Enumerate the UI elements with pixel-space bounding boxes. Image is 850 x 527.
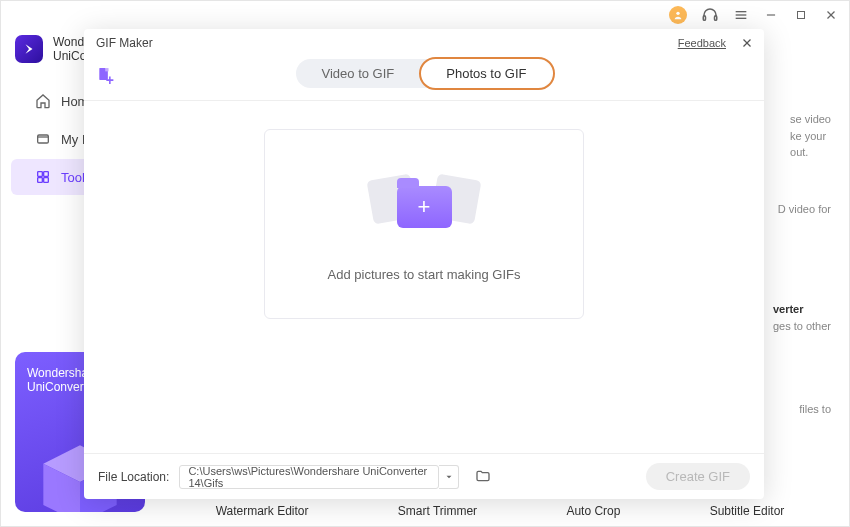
window-titlebar xyxy=(1,1,849,29)
svg-rect-21 xyxy=(105,68,108,71)
tab-photos-to-gif[interactable]: Photos to GIF xyxy=(420,59,552,88)
svg-rect-2 xyxy=(715,16,717,21)
close-icon[interactable] xyxy=(740,36,754,50)
svg-rect-1 xyxy=(703,16,705,21)
category-autocrop[interactable]: Auto Crop xyxy=(566,504,620,518)
svg-rect-14 xyxy=(44,178,49,183)
feedback-link[interactable]: Feedback xyxy=(678,37,726,49)
svg-rect-12 xyxy=(44,172,49,177)
category-watermark[interactable]: Watermark Editor xyxy=(216,504,309,518)
svg-rect-7 xyxy=(798,12,805,19)
category-trimmer[interactable]: Smart Trimmer xyxy=(398,504,477,518)
file-location-dropdown[interactable] xyxy=(439,465,459,489)
peek-text-3: verterges to other xyxy=(773,301,831,334)
tab-video-to-gif[interactable]: Video to GIF xyxy=(296,59,421,88)
svg-rect-11 xyxy=(38,172,43,177)
peek-text-4: files to xyxy=(799,401,831,418)
gif-maker-modal: GIF Maker Feedback + Video to GIF Photos… xyxy=(84,29,764,499)
file-location-input[interactable]: C:\Users\ws\Pictures\Wondershare UniConv… xyxy=(179,465,439,489)
open-folder-icon[interactable] xyxy=(475,468,493,486)
category-subtitle[interactable]: Subtitle Editor xyxy=(710,504,785,518)
add-file-icon[interactable]: + xyxy=(96,62,120,86)
app-logo-icon xyxy=(15,35,43,63)
menu-icon[interactable] xyxy=(733,7,749,23)
file-location-label: File Location: xyxy=(98,470,169,484)
dropzone[interactable]: + Add pictures to start making GIFs xyxy=(264,129,584,319)
tool-categories: Watermark Editor Smart Trimmer Auto Crop… xyxy=(171,504,829,518)
close-window-button[interactable] xyxy=(823,7,839,23)
maximize-button[interactable] xyxy=(793,7,809,23)
modal-title: GIF Maker xyxy=(96,36,153,50)
user-avatar[interactable] xyxy=(669,6,687,24)
app-brand: Wonde UniCon xyxy=(15,35,93,64)
tools-icon xyxy=(35,169,51,185)
peek-text-2: D video for xyxy=(778,201,831,218)
create-gif-button: Create GIF xyxy=(646,463,750,490)
svg-rect-13 xyxy=(38,178,43,183)
dropzone-folder-icon: + xyxy=(364,167,484,247)
dropzone-text: Add pictures to start making GIFs xyxy=(328,267,521,282)
support-icon[interactable] xyxy=(701,6,719,24)
peek-text-1: se videoke yourout. xyxy=(790,111,831,161)
mode-tabs: Video to GIF Photos to GIF xyxy=(296,59,553,88)
home-icon xyxy=(35,93,51,109)
svg-rect-10 xyxy=(38,135,49,143)
svg-point-0 xyxy=(676,12,679,15)
minimize-button[interactable] xyxy=(763,7,779,23)
files-icon xyxy=(35,131,51,147)
